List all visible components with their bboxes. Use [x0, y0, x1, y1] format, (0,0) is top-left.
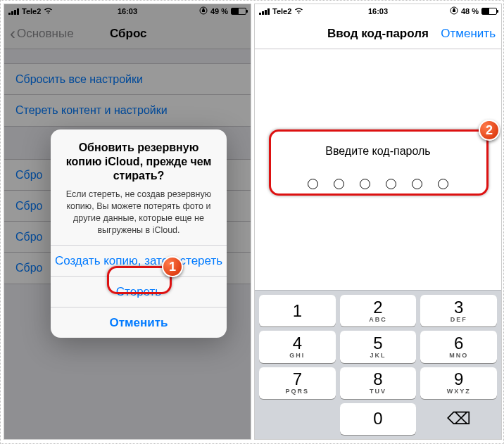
key-6[interactable]: 6MNO [420, 331, 497, 362]
key-blank [259, 403, 336, 435]
annotation-badge-2: 2 [479, 120, 500, 141]
key-7[interactable]: 7PQRS [259, 367, 336, 399]
passcode-prompt: Введите код-пароль [255, 145, 501, 158]
action-sheet: Обновить резервную копию iCloud, прежде … [51, 129, 227, 338]
clock: 16:03 [255, 7, 501, 15]
passcode-dot [308, 179, 318, 189]
passcode-dot [412, 179, 422, 189]
phone-right: Tele2 16:03 48 % Ввод код-пароля Отменит… [254, 4, 502, 440]
key-backspace[interactable]: ⌫ [420, 403, 497, 435]
key-8[interactable]: 8TUV [340, 367, 417, 399]
cancel-button[interactable]: Отменить [51, 307, 227, 338]
key-9[interactable]: 9WXYZ [420, 367, 497, 399]
key-1[interactable]: 1 [259, 295, 336, 326]
backspace-icon: ⌫ [447, 410, 471, 427]
key-4[interactable]: 4GHI [259, 331, 336, 362]
sheet-title: Обновить резервную копию iCloud, прежде … [62, 141, 215, 183]
nav-bar: Ввод код-пароля Отменить [255, 18, 501, 49]
phone-left: Tele2 16:03 49 % ‹ Основные Сброс [4, 4, 251, 440]
key-0[interactable]: 0 [340, 403, 417, 435]
status-bar: Tele2 16:03 48 % [255, 4, 501, 18]
passcode-dot [360, 179, 370, 189]
tutorial-image: Tele2 16:03 49 % ‹ Основные Сброс [0, 0, 504, 444]
passcode-dot [386, 179, 396, 189]
erase-button[interactable]: Стереть [51, 276, 227, 307]
battery-icon [481, 8, 497, 15]
page-title: Ввод код-пароля [255, 27, 501, 41]
key-5[interactable]: 5JKL [340, 331, 417, 362]
passcode-dots [255, 179, 501, 189]
passcode-dot [438, 179, 448, 189]
key-2[interactable]: 2ABC [340, 295, 417, 326]
sheet-message: Если стереть, не создав резервную копию,… [62, 189, 215, 236]
number-keypad: 1 2ABC 3DEF 4GHI 5JKL 6MNO 7PQRS 8TUV 9W… [255, 290, 501, 439]
backup-then-erase-button[interactable]: Создать копию, затем стереть [51, 245, 227, 276]
key-3[interactable]: 3DEF [420, 295, 497, 326]
passcode-dot [334, 179, 344, 189]
